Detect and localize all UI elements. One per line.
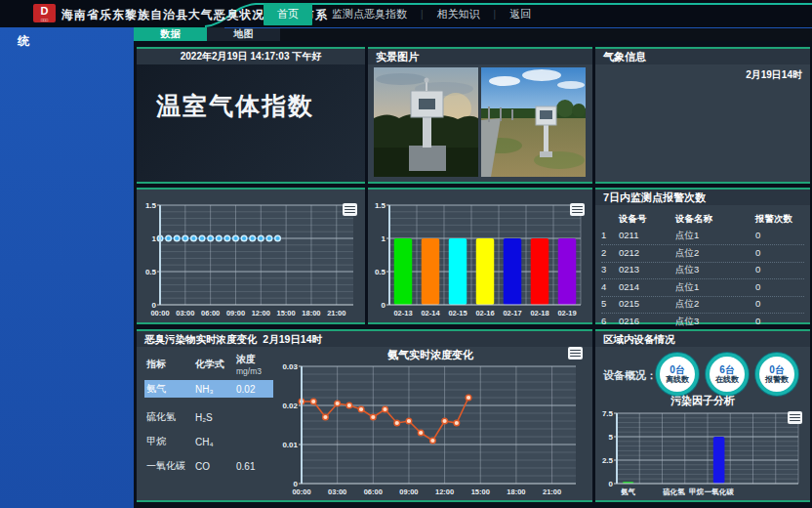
svg-text:18:00: 18:00 xyxy=(302,309,320,318)
svg-text:0.03: 0.03 xyxy=(282,362,298,371)
device-overview-label: 设备概况： xyxy=(603,368,657,383)
nav-home[interactable]: 首页 xyxy=(264,3,312,25)
alarms-table: 设备号 设备名称 报警次数 10211点位10 20212点位20 30213点… xyxy=(601,211,804,331)
weather-panel-title: 气象信息 xyxy=(595,49,810,64)
odor-panel: 恶臭污染物实时浓度变化 2月19日14时 指标 化学式 浓度mg/m3 氨气NH… xyxy=(137,329,592,502)
odor-table-header: 指标 化学式 浓度mg/m3 xyxy=(146,353,273,376)
site-photos xyxy=(374,67,586,177)
datetime-greeting: 2022年2月19日 14:17:03 下午好 xyxy=(137,49,365,64)
svg-text:0.5: 0.5 xyxy=(145,268,157,276)
svg-text:02-18: 02-18 xyxy=(530,309,548,318)
stat-offline: 0台 离线数 xyxy=(656,353,699,396)
svg-text:02-16: 02-16 xyxy=(475,309,494,318)
svg-text:02-14: 02-14 xyxy=(421,309,440,318)
greenhouse-body: 温室气体指数 xyxy=(137,64,365,182)
svg-text:12:00: 12:00 xyxy=(252,309,270,318)
chart-menu-icon[interactable] xyxy=(570,203,585,216)
alarms-table-header: 设备号 设备名称 报警次数 xyxy=(601,211,804,229)
svg-text:硫化氢: 硫化氢 xyxy=(663,487,685,496)
svg-text:0: 0 xyxy=(382,301,386,310)
svg-text:1: 1 xyxy=(382,234,386,243)
table-row: 40214点位10 xyxy=(601,279,804,297)
table-row: 20212点位20 xyxy=(601,245,804,263)
weather-panel: 气象信息 2月19日14时 xyxy=(595,47,810,184)
site-photo-dusk xyxy=(374,67,478,177)
svg-text:15:00: 15:00 xyxy=(471,487,490,496)
svg-text:00:00: 00:00 xyxy=(292,487,310,496)
table-row: 10211点位10 xyxy=(601,229,804,246)
svg-text:00:00: 00:00 xyxy=(150,309,169,318)
main-nav: 首页 监测点恶臭指数 | 相关知识 | 返回 xyxy=(264,0,545,27)
site-photo-field xyxy=(481,67,586,177)
odor-table: 指标 化学式 浓度mg/m3 氨气NH₃0.02 硫化氢H₂S 甲烷CH₄ 一氧… xyxy=(146,353,273,483)
odor-row-ch4[interactable]: 甲烷CH₄ xyxy=(146,434,273,449)
dashboard-screen: D□□□ 海南省乐东黎族自治县大气恶臭状况实时发布系 首页 监测点恶臭指数 | … xyxy=(0,0,812,508)
svg-text:5: 5 xyxy=(609,433,614,442)
svg-text:02-19: 02-19 xyxy=(557,309,576,318)
odor-row-co[interactable]: 一氧化碳CO0.61 xyxy=(146,458,273,474)
chart-menu-icon[interactable] xyxy=(788,411,802,424)
odor-panel-time: 2月19日14时 xyxy=(263,333,322,345)
svg-text:09:00: 09:00 xyxy=(226,309,245,318)
table-row: 30213点位30 xyxy=(601,263,804,280)
odor-row-h2s[interactable]: 硫化氢H₂S xyxy=(146,409,273,425)
devices-panel: 区域内设备情况 设备概况： 0台 离线数 6台 在线数 0台 报警数 污染因子分… xyxy=(595,329,810,502)
greenhouse-hourly-chart: 00.511.500:0003:0006:0009:0012:0015:0018… xyxy=(139,199,361,318)
stat-alarm: 0台 报警数 xyxy=(755,353,798,396)
svg-text:06:00: 06:00 xyxy=(201,309,220,318)
nav-knowledge[interactable]: 相关知识 xyxy=(424,3,494,25)
devices-panel-title: 区域内设备情况 xyxy=(595,331,810,347)
weather-time: 2月19日14时 xyxy=(746,68,802,82)
topbar: D□□□ 海南省乐东黎族自治县大气恶臭状况实时发布系 首页 监测点恶臭指数 | … xyxy=(0,0,812,27)
svg-text:18:00: 18:00 xyxy=(507,487,525,496)
system-title-overflow: 统 xyxy=(18,33,30,50)
svg-text:甲烷: 甲烷 xyxy=(689,487,705,496)
svg-text:2.5: 2.5 xyxy=(602,456,614,465)
svg-text:0.01: 0.01 xyxy=(282,441,298,449)
svg-text:一氧化碳: 一氧化碳 xyxy=(705,487,735,496)
svg-text:0.02: 0.02 xyxy=(282,402,298,410)
greenhouse-hourly-chart-panel: 00.511.500:0003:0006:0009:0012:0015:0018… xyxy=(137,188,365,324)
nav-odor-index[interactable]: 监测点恶臭指数 xyxy=(318,3,421,25)
svg-text:02-13: 02-13 xyxy=(393,309,412,318)
greenhouse-title: 温室气体指数 xyxy=(137,64,365,122)
table-row: 60216点位30 xyxy=(601,314,804,331)
svg-text:12:00: 12:00 xyxy=(435,487,454,496)
daily-index-chart: 00.511.502-1302-1402-1502-1602-1702-1802… xyxy=(370,199,589,318)
sidebar: 统 xyxy=(0,27,134,508)
svg-text:0.5: 0.5 xyxy=(375,268,386,276)
svg-text:21:00: 21:00 xyxy=(327,309,345,318)
view-tabs: 数据 地图 xyxy=(134,27,812,41)
svg-text:氨气: 氨气 xyxy=(620,487,636,496)
pollution-chart-title: 污染因子分析 xyxy=(595,394,810,408)
app-logo: D□□□ xyxy=(33,4,56,22)
ammonia-chart: 00.010.020.0300:0003:0006:0009:0012:0015… xyxy=(275,360,584,497)
odor-row-ammonia[interactable]: 氨气NH₃0.02 xyxy=(144,380,273,398)
svg-text:21:00: 21:00 xyxy=(543,487,561,496)
svg-text:1.5: 1.5 xyxy=(375,201,386,210)
photos-panel-title: 实景图片 xyxy=(368,49,592,64)
svg-text:15:00: 15:00 xyxy=(277,309,296,318)
svg-text:1: 1 xyxy=(152,234,157,243)
svg-text:02-17: 02-17 xyxy=(503,309,521,318)
stat-online: 6台 在线数 xyxy=(706,353,749,396)
svg-text:03:00: 03:00 xyxy=(328,487,346,496)
photos-panel: 实景图片 xyxy=(368,47,592,184)
tab-data[interactable]: 数据 xyxy=(134,27,207,41)
svg-text:03:00: 03:00 xyxy=(176,309,194,318)
nav-back[interactable]: 返回 xyxy=(496,3,545,25)
greenhouse-panel: 2022年2月19日 14:17:03 下午好 温室气体指数 xyxy=(137,47,365,184)
svg-text:0: 0 xyxy=(609,480,614,488)
svg-text:02-15: 02-15 xyxy=(448,309,467,318)
alarms-panel: 7日内监测点报警次数 设备号 设备名称 报警次数 10211点位10 20212… xyxy=(595,188,810,324)
odor-panel-title: 恶臭污染物实时浓度变化 2月19日14时 xyxy=(137,331,592,347)
svg-text:09:00: 09:00 xyxy=(399,487,418,496)
chart-menu-icon[interactable] xyxy=(568,347,583,360)
tab-map[interactable]: 地图 xyxy=(207,27,280,41)
chart-menu-icon[interactable] xyxy=(343,203,357,216)
table-row: 50215点位20 xyxy=(601,297,804,315)
daily-index-chart-panel: 00.511.502-1302-1402-1502-1602-1702-1802… xyxy=(368,188,592,324)
alarms-panel-title: 7日内监测点报警次数 xyxy=(595,190,810,205)
svg-text:06:00: 06:00 xyxy=(364,487,383,496)
svg-text:7.5: 7.5 xyxy=(602,409,614,418)
